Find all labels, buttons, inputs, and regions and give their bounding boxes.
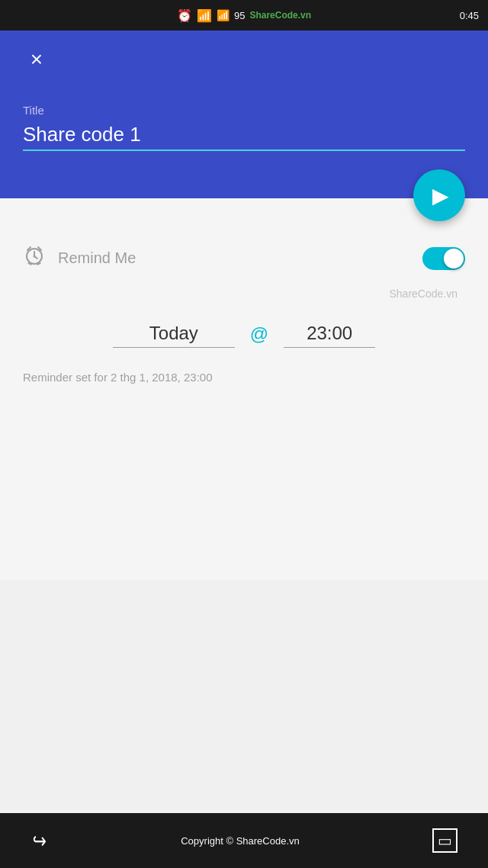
svg-point-5 xyxy=(34,256,36,258)
watermark: ShareCode.vn xyxy=(23,288,465,300)
copyright-text: Copyright © ShareCode.vn xyxy=(181,835,300,847)
datetime-row: Today @ 23:00 xyxy=(23,323,465,348)
toggle-thumb xyxy=(444,249,464,268)
status-bar: ⏰ 📶 📶 95 ShareCode.vn 0:45 xyxy=(0,0,488,31)
sharecode-logo-text: ShareCode.vn xyxy=(249,10,311,21)
fab-arrow-icon: ▶ xyxy=(432,183,449,208)
header-area: × Title ▶ xyxy=(0,31,488,198)
date-selector[interactable]: Today xyxy=(113,323,235,348)
time-selector[interactable]: 23:00 xyxy=(284,323,375,348)
remind-row: Remind Me xyxy=(23,244,465,272)
title-input-container xyxy=(23,123,465,151)
battery-text: 95 xyxy=(234,10,245,21)
time-display: 0:45 xyxy=(460,10,479,21)
submit-fab-button[interactable]: ▶ xyxy=(413,169,465,221)
title-input[interactable] xyxy=(23,123,465,151)
remind-me-label: Remind Me xyxy=(58,249,410,267)
back-button[interactable]: ↩ xyxy=(32,828,46,854)
content-area: Remind Me ShareCode.vn Today @ 23:00 Rem… xyxy=(0,198,488,580)
signal-icon: 📶 xyxy=(217,9,230,21)
remind-alarm-icon xyxy=(23,244,46,272)
alarm-status-icon: ⏰ xyxy=(177,8,192,23)
bottom-nav-bar: ↩ Copyright © ShareCode.vn ▭ xyxy=(0,813,488,868)
remind-toggle[interactable] xyxy=(422,247,465,270)
at-sign: @ xyxy=(250,323,268,348)
bottom-icons-container: ↩ Copyright © ShareCode.vn ▭ xyxy=(0,828,488,854)
title-label: Title xyxy=(23,104,465,117)
wifi-icon: 📶 xyxy=(197,8,212,23)
close-button[interactable]: × xyxy=(23,46,50,73)
status-bar-center: ⏰ 📶 📶 95 ShareCode.vn xyxy=(177,8,311,23)
recent-apps-button[interactable]: ▭ xyxy=(432,828,458,853)
reminder-info-text: Reminder set for 2 thg 1, 2018, 23:00 xyxy=(23,371,465,384)
